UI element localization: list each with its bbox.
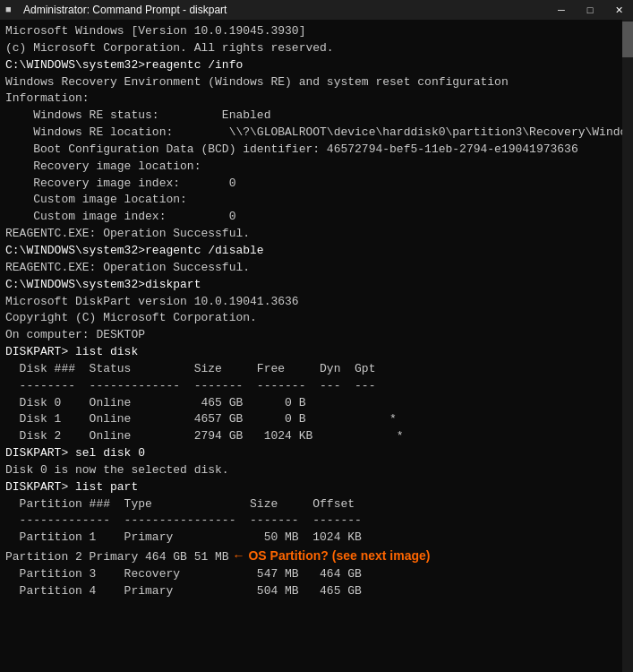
terminal-line: Partition ### Type Size Offset [5,496,628,513]
terminal-text: Partition 3 Recovery 547 MB 464 GB [5,567,362,581]
terminal-line: Information: [5,90,628,108]
terminal-text: REAGENTC.EXE: Operation Successful. [5,227,250,240]
terminal-input: DISKPART> sel disk 0 [5,446,145,460]
terminal-text: Windows Recovery Environment (Windows RE… [5,75,509,89]
terminal-text: Custom image index: 0 [5,210,235,223]
terminal-text: Disk ### Status Size Free Dyn Gpt [5,362,375,375]
terminal-text: Partition 4 Primary 504 MB 465 GB [5,584,362,598]
terminal-output[interactable]: Microsoft Windows [Version 10.0.19045.39… [0,20,633,672]
terminal-line: Disk 0 Online 465 GB 0 B [5,395,628,412]
minimize-button[interactable]: ─ [547,0,576,20]
terminal-text: (c) Microsoft Corporation. All rights re… [5,41,334,55]
terminal-text: Recovery image index: 0 [5,177,235,190]
terminal-text: Recovery image location: [5,159,201,173]
terminal-line: Custom image index: 0 [5,209,628,226]
terminal-line: Recovery image index: 0 [5,176,628,193]
terminal-input: C:\WINDOWS\system32>reagentc /disable [5,244,264,257]
terminal-line: REAGENTC.EXE: Operation Successful. [5,260,628,277]
terminal-text: Boot Configuration Data (BCD) identifier… [5,142,578,156]
terminal-line: On computer: DESKTOP [5,327,628,344]
terminal-input: C:\WINDOWS\system32>reagentc /info [5,58,243,72]
terminal-line: ------------- ---------------- ------- -… [5,513,628,530]
terminal-line: Microsoft Windows [Version 10.0.19045.39… [5,23,628,40]
terminal-text: Information: [5,91,90,105]
terminal-line: Disk 1 Online 4657 GB 0 B * [5,411,628,428]
terminal-line: Partition 1 Primary 50 MB 1024 KB [5,530,628,547]
terminal-line: DISKPART> list part [5,479,628,496]
terminal-line: Disk ### Status Size Free Dyn Gpt [5,361,628,378]
terminal-input: C:\WINDOWS\system32>diskpart [5,278,201,291]
terminal-line: C:\WINDOWS\system32>diskpart [5,277,628,294]
terminal-text: Windows RE status: Enabled [5,108,270,122]
terminal-input: DISKPART> list disk [5,345,138,358]
terminal-line: Windows RE location: \\?\GLOBALROOT\devi… [5,125,628,142]
terminal-text: Partition 1 Primary 50 MB 1024 KB [5,530,362,544]
title-bar-title: Administrator: Command Prompt - diskpart [23,4,227,16]
terminal-line: Boot Configuration Data (BCD) identifier… [5,142,628,159]
close-button[interactable]: ✕ [604,0,633,20]
terminal-line: C:\WINDOWS\system32>reagentc /disable [5,243,628,260]
terminal-text: Microsoft Windows [Version 10.0.19045.39… [5,24,305,38]
cmd-icon: ■ [5,4,18,16]
terminal-line: C:\WINDOWS\system32>reagentc /info [5,57,628,74]
maximize-button[interactable]: □ [576,0,604,20]
annotation-text: ← OS Partition? (see next image) [229,548,431,563]
terminal-line: Microsoft DiskPart version 10.0.19041.36… [5,294,628,311]
terminal-text: Disk 1 Online 4657 GB 0 B * [5,412,397,426]
terminal-text: Disk 0 is now the selected disk. [5,463,229,477]
terminal-input: DISKPART> list part [5,480,138,494]
terminal-line: Windows Recovery Environment (Windows RE… [5,74,628,91]
title-bar: ■ Administrator: Command Prompt - diskpa… [0,0,633,20]
scrollbar-thumb[interactable] [622,22,633,57]
terminal-line: -------- ------------- ------- ------- -… [5,378,628,395]
terminal-line: Disk 2 Online 2794 GB 1024 KB * [5,428,628,445]
terminal-text: Partition 2 Primary 464 GB 51 MB [5,550,229,564]
terminal-line: DISKPART> list disk [5,344,628,361]
terminal-text: ------------- ---------------- ------- -… [5,513,362,527]
terminal-text: REAGENTC.EXE: Operation Successful. [5,261,250,274]
terminal-text: On computer: DESKTOP [5,328,145,341]
terminal-line: DISKPART> sel disk 0 [5,445,628,462]
scrollbar[interactable] [622,20,633,672]
terminal-line: (c) Microsoft Corporation. All rights re… [5,40,628,57]
terminal-line: Custom image location: [5,192,628,209]
terminal-line: Recovery image location: [5,159,628,176]
terminal-text: Microsoft DiskPart version 10.0.19041.36… [5,295,299,308]
terminal-text: -------- ------------- ------- ------- -… [5,379,375,392]
terminal-line: Disk 0 is now the selected disk. [5,462,628,479]
terminal-text: Windows RE location: \\?\GLOBALROOT\devi… [5,125,633,139]
terminal-text: Disk 2 Online 2794 GB 1024 KB * [5,429,404,443]
terminal-line: REAGENTC.EXE: Operation Successful. [5,226,628,243]
terminal-line: Partition 3 Recovery 547 MB 464 GB [5,566,628,583]
terminal-text: Custom image location: [5,193,187,206]
title-bar-controls: ─ □ ✕ [547,0,633,20]
terminal-text: Partition ### Type Size Offset [5,497,355,511]
terminal-text: Disk 0 Online 465 GB 0 B [5,396,305,409]
terminal-line: Copyright (C) Microsoft Corporation. [5,310,628,327]
window-container: ■ Administrator: Command Prompt - diskpa… [0,0,633,672]
terminal-text: Copyright (C) Microsoft Corporation. [5,311,257,324]
terminal-line: Windows RE status: Enabled [5,108,628,125]
terminal-line: Partition 4 Primary 504 MB 465 GB [5,583,628,600]
title-bar-left: ■ Administrator: Command Prompt - diskpa… [5,4,227,16]
terminal-line: Partition 2 Primary 464 GB 51 MB ← OS Pa… [5,547,628,566]
